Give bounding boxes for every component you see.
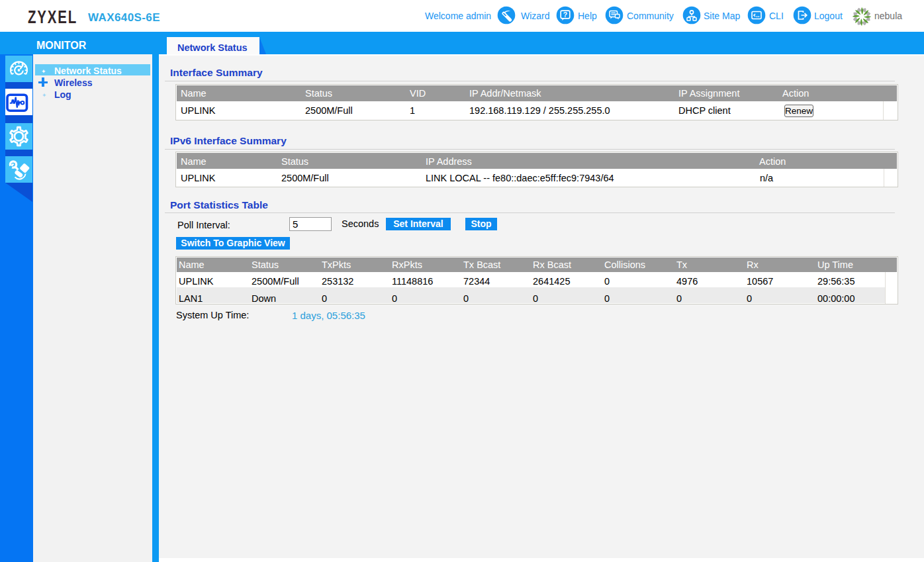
svg-text:?: ?: [563, 11, 567, 19]
